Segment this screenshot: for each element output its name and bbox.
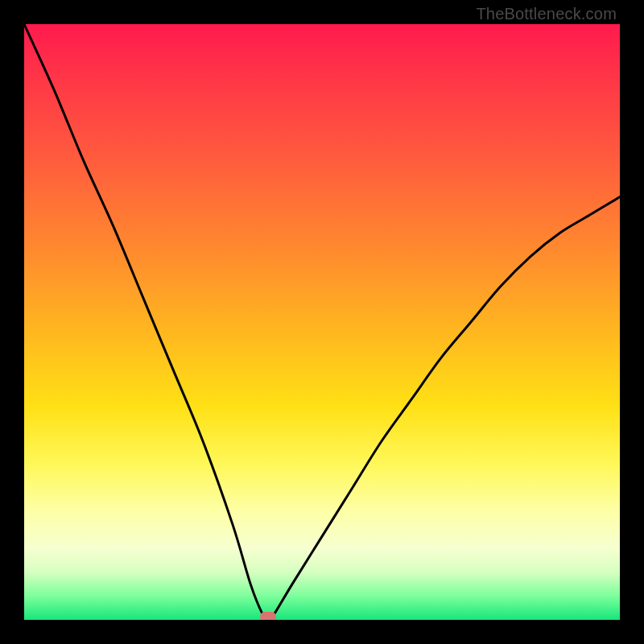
outer-frame: TheBottleneck.com — [0, 0, 644, 644]
plot-area — [24, 24, 620, 620]
optimum-marker — [260, 612, 276, 620]
watermark-text: TheBottleneck.com — [476, 5, 617, 23]
bottleneck-curve — [24, 24, 620, 620]
